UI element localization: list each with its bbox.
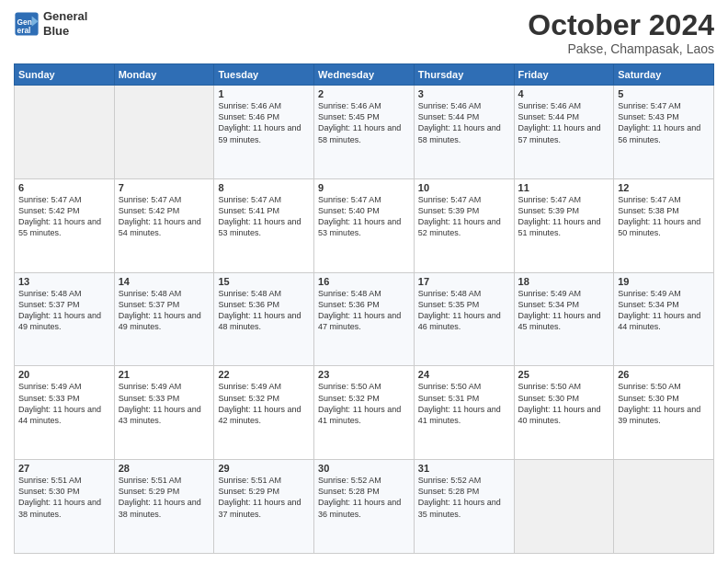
svg-text:eral: eral — [17, 25, 31, 34]
cell-info: Sunrise: 5:52 AM Sunset: 5:28 PM Dayligh… — [418, 475, 510, 520]
day-number: 12 — [618, 182, 710, 193]
cell-info: Sunrise: 5:47 AM Sunset: 5:43 PM Dayligh… — [618, 100, 710, 145]
calendar-cell-25: 24Sunrise: 5:50 AM Sunset: 5:31 PM Dayli… — [414, 366, 514, 460]
cell-info: Sunrise: 5:47 AM Sunset: 5:42 PM Dayligh… — [18, 194, 110, 239]
location: Pakse, Champasak, Laos — [528, 41, 714, 56]
cell-info: Sunrise: 5:50 AM Sunset: 5:31 PM Dayligh… — [418, 381, 510, 426]
cell-info: Sunrise: 5:52 AM Sunset: 5:28 PM Dayligh… — [318, 475, 410, 520]
calendar-cell-17: 16Sunrise: 5:48 AM Sunset: 5:36 PM Dayli… — [314, 272, 415, 366]
cell-info: Sunrise: 5:47 AM Sunset: 5:42 PM Dayligh… — [119, 194, 210, 239]
cell-info: Sunrise: 5:51 AM Sunset: 5:29 PM Dayligh… — [119, 475, 210, 520]
cell-info: Sunrise: 5:49 AM Sunset: 5:32 PM Dayligh… — [218, 381, 310, 426]
day-number: 29 — [218, 463, 310, 474]
calendar-cell-16: 15Sunrise: 5:48 AM Sunset: 5:36 PM Dayli… — [214, 272, 314, 366]
logo: Gen eral General Blue — [14, 9, 87, 38]
day-number: 21 — [119, 369, 210, 380]
calendar-table: SundayMondayTuesdayWednesdayThursdayFrid… — [14, 63, 714, 554]
day-number: 4 — [518, 88, 610, 99]
weekday-header-row: SundayMondayTuesdayWednesdayThursdayFrid… — [15, 64, 714, 86]
calendar-cell-15: 14Sunrise: 5:48 AM Sunset: 5:37 PM Dayli… — [114, 272, 214, 366]
cell-info: Sunrise: 5:48 AM Sunset: 5:37 PM Dayligh… — [119, 288, 210, 333]
calendar-cell-3: 2Sunrise: 5:46 AM Sunset: 5:45 PM Daylig… — [314, 86, 415, 179]
weekday-header-tuesday: Tuesday — [214, 64, 314, 86]
calendar-cell-7: 6Sunrise: 5:47 AM Sunset: 5:42 PM Daylig… — [15, 178, 115, 272]
calendar-cell-10: 9Sunrise: 5:47 AM Sunset: 5:40 PM Daylig… — [314, 178, 415, 272]
calendar-cell-0 — [15, 86, 115, 179]
calendar-cell-2: 1Sunrise: 5:46 AM Sunset: 5:46 PM Daylig… — [214, 86, 314, 179]
calendar-cell-27: 26Sunrise: 5:50 AM Sunset: 5:30 PM Dayli… — [614, 366, 714, 460]
day-number: 30 — [318, 463, 410, 474]
day-number: 31 — [418, 463, 510, 474]
day-number: 9 — [318, 182, 410, 193]
calendar-cell-20: 19Sunrise: 5:49 AM Sunset: 5:34 PM Dayli… — [614, 272, 714, 366]
week-row-3: 20Sunrise: 5:49 AM Sunset: 5:33 PM Dayli… — [15, 366, 714, 460]
week-row-4: 27Sunrise: 5:51 AM Sunset: 5:30 PM Dayli… — [15, 460, 714, 554]
day-number: 17 — [418, 276, 510, 287]
cell-info: Sunrise: 5:47 AM Sunset: 5:39 PM Dayligh… — [518, 194, 610, 239]
calendar-cell-33 — [514, 460, 614, 554]
day-number: 23 — [318, 369, 410, 380]
day-number: 18 — [518, 276, 610, 287]
weekday-header-thursday: Thursday — [414, 64, 514, 86]
calendar-cell-28: 27Sunrise: 5:51 AM Sunset: 5:30 PM Dayli… — [15, 460, 115, 554]
cell-info: Sunrise: 5:47 AM Sunset: 5:40 PM Dayligh… — [318, 194, 410, 239]
cell-info: Sunrise: 5:46 AM Sunset: 5:44 PM Dayligh… — [418, 100, 510, 145]
calendar-cell-32: 31Sunrise: 5:52 AM Sunset: 5:28 PM Dayli… — [414, 460, 514, 554]
calendar-cell-18: 17Sunrise: 5:48 AM Sunset: 5:35 PM Dayli… — [414, 272, 514, 366]
calendar-cell-34 — [614, 460, 714, 554]
cell-info: Sunrise: 5:46 AM Sunset: 5:46 PM Dayligh… — [218, 100, 310, 145]
day-number: 8 — [218, 182, 310, 193]
day-number: 3 — [418, 88, 510, 99]
day-number: 1 — [218, 88, 310, 99]
logo-text-line2: Blue — [43, 24, 87, 39]
calendar-cell-6: 5Sunrise: 5:47 AM Sunset: 5:43 PM Daylig… — [614, 86, 714, 179]
cell-info: Sunrise: 5:48 AM Sunset: 5:35 PM Dayligh… — [418, 288, 510, 333]
weekday-header-saturday: Saturday — [614, 64, 714, 86]
logo-icon: Gen eral — [14, 11, 40, 37]
calendar-cell-21: 20Sunrise: 5:49 AM Sunset: 5:33 PM Dayli… — [15, 366, 115, 460]
day-number: 14 — [119, 276, 210, 287]
cell-info: Sunrise: 5:50 AM Sunset: 5:30 PM Dayligh… — [518, 381, 610, 426]
weekday-header-sunday: Sunday — [15, 64, 115, 86]
day-number: 27 — [18, 463, 110, 474]
day-number: 6 — [18, 182, 110, 193]
cell-info: Sunrise: 5:50 AM Sunset: 5:32 PM Dayligh… — [318, 381, 410, 426]
calendar-cell-29: 28Sunrise: 5:51 AM Sunset: 5:29 PM Dayli… — [114, 460, 214, 554]
calendar-cell-19: 18Sunrise: 5:49 AM Sunset: 5:34 PM Dayli… — [514, 272, 614, 366]
cell-info: Sunrise: 5:51 AM Sunset: 5:30 PM Dayligh… — [18, 475, 110, 520]
cell-info: Sunrise: 5:49 AM Sunset: 5:34 PM Dayligh… — [618, 288, 710, 333]
cell-info: Sunrise: 5:46 AM Sunset: 5:44 PM Dayligh… — [518, 100, 610, 145]
cell-info: Sunrise: 5:47 AM Sunset: 5:39 PM Dayligh… — [418, 194, 510, 239]
day-number: 26 — [618, 369, 710, 380]
cell-info: Sunrise: 5:46 AM Sunset: 5:45 PM Dayligh… — [318, 100, 410, 145]
week-row-1: 6Sunrise: 5:47 AM Sunset: 5:42 PM Daylig… — [15, 178, 714, 272]
day-number: 2 — [318, 88, 410, 99]
cell-info: Sunrise: 5:48 AM Sunset: 5:37 PM Dayligh… — [18, 288, 110, 333]
cell-info: Sunrise: 5:47 AM Sunset: 5:38 PM Dayligh… — [618, 194, 710, 239]
calendar-cell-13: 12Sunrise: 5:47 AM Sunset: 5:38 PM Dayli… — [614, 178, 714, 272]
calendar-cell-26: 25Sunrise: 5:50 AM Sunset: 5:30 PM Dayli… — [514, 366, 614, 460]
day-number: 16 — [318, 276, 410, 287]
day-number: 5 — [618, 88, 710, 99]
calendar-cell-11: 10Sunrise: 5:47 AM Sunset: 5:39 PM Dayli… — [414, 178, 514, 272]
cell-info: Sunrise: 5:50 AM Sunset: 5:30 PM Dayligh… — [618, 381, 710, 426]
calendar-cell-4: 3Sunrise: 5:46 AM Sunset: 5:44 PM Daylig… — [414, 86, 514, 179]
month-title: October 2024 — [528, 9, 714, 41]
cell-info: Sunrise: 5:48 AM Sunset: 5:36 PM Dayligh… — [318, 288, 410, 333]
calendar-cell-8: 7Sunrise: 5:47 AM Sunset: 5:42 PM Daylig… — [114, 178, 214, 272]
cell-info: Sunrise: 5:51 AM Sunset: 5:29 PM Dayligh… — [218, 475, 310, 520]
day-number: 25 — [518, 369, 610, 380]
day-number: 7 — [119, 182, 210, 193]
logo-text-line1: General — [43, 9, 87, 24]
calendar-cell-12: 11Sunrise: 5:47 AM Sunset: 5:39 PM Dayli… — [514, 178, 614, 272]
calendar-cell-9: 8Sunrise: 5:47 AM Sunset: 5:41 PM Daylig… — [214, 178, 314, 272]
calendar-cell-1 — [114, 86, 214, 179]
calendar-cell-30: 29Sunrise: 5:51 AM Sunset: 5:29 PM Dayli… — [214, 460, 314, 554]
day-number: 13 — [18, 276, 110, 287]
weekday-header-monday: Monday — [114, 64, 214, 86]
cell-info: Sunrise: 5:49 AM Sunset: 5:33 PM Dayligh… — [119, 381, 210, 426]
title-block: October 2024 Pakse, Champasak, Laos — [528, 9, 714, 56]
day-number: 11 — [518, 182, 610, 193]
day-number: 28 — [119, 463, 210, 474]
day-number: 22 — [218, 369, 310, 380]
